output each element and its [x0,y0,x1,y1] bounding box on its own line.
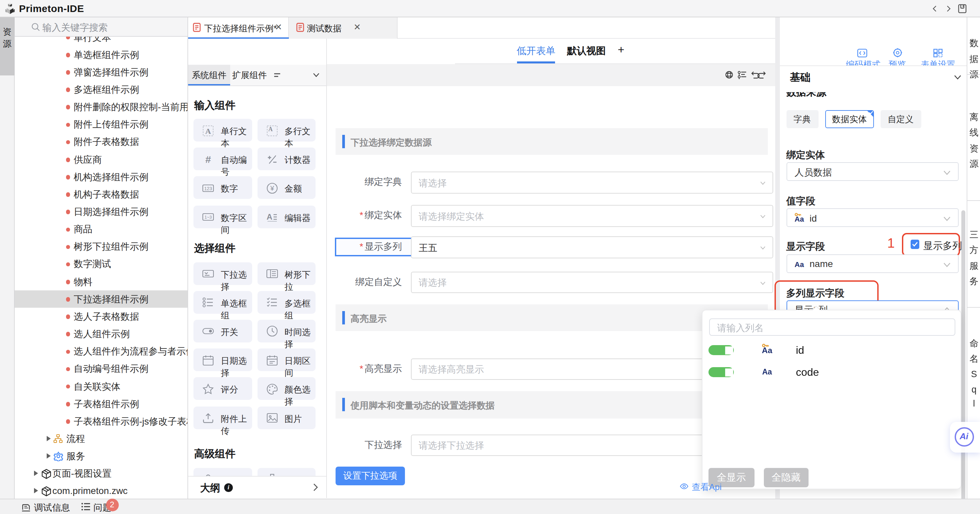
svg-text:Aa: Aa [794,260,804,268]
svg-text:1~3: 1~3 [204,215,212,220]
svg-text:123: 123 [204,185,212,191]
svg-text:A: A [266,212,272,221]
svg-text:Aa: Aa [794,215,804,223]
svg-text:#: # [205,153,211,164]
svg-text:A: A [268,126,272,132]
svg-text:A: A [205,126,211,135]
svg-text:¥: ¥ [269,185,274,192]
svg-text:Aa: Aa [762,367,772,376]
